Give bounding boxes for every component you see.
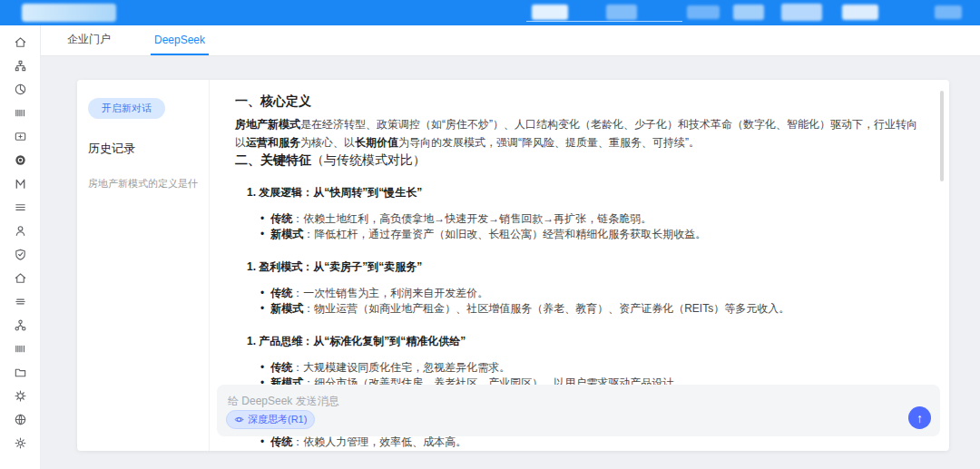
topbar-blurred-item[interactable] <box>606 5 637 20</box>
deepseek-chat-card: 开启新对话 历史记录 房地产新模式的定义是什么 一、核心定义 房地产新模式是在经… <box>77 80 949 451</box>
shield-icon[interactable] <box>8 242 32 266</box>
gear-icon[interactable] <box>8 431 32 454</box>
key-feature-bullets: •传统：依赖土地红利，高负债拿地→快速开发→销售回款→再扩张，链条脆弱。•新模式… <box>235 211 926 242</box>
deepthink-icon <box>234 415 244 425</box>
org-structure-icon[interactable] <box>8 54 32 77</box>
person-icon[interactable] <box>8 219 32 242</box>
bullet-point: •传统：一次性销售为主，利润来自开发差价。 <box>260 286 926 301</box>
section-title-key-features: 二、关键特征（与传统模式对比） <box>235 151 926 168</box>
message-composer[interactable]: 给 DeepSeek 发送消息 深度思考(R1) ↑ <box>217 385 940 436</box>
section-title-core-definition: 一、核心定义 <box>235 93 926 109</box>
topbar-blurred-item[interactable] <box>842 5 878 20</box>
deep-think-toggle[interactable]: 深度思考(R1) <box>226 410 315 429</box>
bullet-point: •传统：依赖土地红利，高负债拿地→快速开发→销售回款→再扩张，链条脆弱。 <box>260 211 926 227</box>
app-logo[interactable] <box>22 4 116 22</box>
key-feature-bullets: •传统：依赖人力管理，效率低、成本高。 <box>235 435 926 450</box>
dark-circle-icon[interactable] <box>8 148 32 171</box>
list-icon[interactable] <box>8 195 32 219</box>
network-icon[interactable] <box>8 313 32 337</box>
key-feature-heading: 1. 发展逻辑：从“快周转”到“慢生长” <box>247 185 926 200</box>
core-definition-paragraph: 房地产新模式是在经济转型、政策调控（如“房住不炒”）、人口结构变化（老龄化、少子… <box>235 115 926 151</box>
letter-m-icon[interactable] <box>8 171 32 195</box>
folder-plus-icon[interactable] <box>8 124 32 148</box>
bullet-point: •新模式：物业运营（如商业地产租金）、社区增值服务（养老、教育）、资产证券化（R… <box>260 301 926 317</box>
folder-icon[interactable] <box>8 360 32 384</box>
top-navigation-bar <box>0 0 980 25</box>
arrow-up-icon: ↑ <box>916 411 923 425</box>
key-feature-bullets: •传统：一次性销售为主，利润来自开发差价。•新模式：物业运营（如商业地产租金）、… <box>235 286 926 317</box>
pie-chart-icon[interactable] <box>8 77 32 101</box>
layers-icon[interactable] <box>8 289 32 313</box>
key-feature-heading: 1. 盈利模式：从“卖房子”到“卖服务” <box>247 259 926 275</box>
topbar-underline <box>526 21 682 22</box>
topbar-blurred-item[interactable] <box>733 5 764 20</box>
left-icon-sidebar <box>0 25 41 469</box>
answer-content: 一、核心定义 房地产新模式是在经济转型、政策调控（如“房住不炒”）、人口结构变化… <box>210 80 949 451</box>
tab-bar: 企业门户 DeepSeek <box>41 25 980 56</box>
tab-deepseek[interactable]: DeepSeek <box>151 25 209 55</box>
topbar-blurred-item[interactable] <box>687 5 720 19</box>
send-button[interactable]: ↑ <box>908 406 931 429</box>
history-title: 历史记录 <box>88 141 198 157</box>
barcode-alt-icon[interactable] <box>8 337 32 360</box>
home-icon[interactable] <box>8 30 32 54</box>
badge-icon[interactable] <box>8 384 32 407</box>
globe-icon[interactable] <box>8 407 32 431</box>
barcode-icon[interactable] <box>8 101 32 124</box>
topbar-blurred-item[interactable] <box>781 4 822 21</box>
content-scrollbar-thumb[interactable] <box>940 91 944 181</box>
bullet-point: •新模式：降低杠杆，通过存量资产（如旧改、长租公寓）经营和精细化服务获取长期收益… <box>260 227 926 242</box>
tab-enterprise-portal[interactable]: 企业门户 <box>64 25 114 55</box>
composer-placeholder: 给 DeepSeek 发送消息 <box>228 394 929 409</box>
new-chat-button[interactable]: 开启新对话 <box>88 98 165 119</box>
topbar-blurred-item[interactable] <box>532 5 568 20</box>
key-feature-heading: 1. 产品思维：从“标准化复制”到“精准化供给” <box>247 334 926 349</box>
history-list: 房地产新模式的定义是什么 <box>88 177 198 191</box>
history-item[interactable]: 房地产新模式的定义是什么 <box>88 177 198 191</box>
topbar-blurred-item[interactable] <box>935 5 962 19</box>
conversation-sidebar: 开启新对话 历史记录 房地产新模式的定义是什么 <box>77 80 210 451</box>
key-feature-item: 1. 发展逻辑：从“快周转”到“慢生长” •传统：依赖土地红利，高负债拿地→快速… <box>235 185 926 242</box>
bullet-point: •传统：依赖人力管理，效率低、成本高。 <box>260 435 926 450</box>
key-feature-item: 1. 产品思维：从“标准化复制”到“精准化供给” •传统：大规模建设同质化住宅，… <box>235 334 926 391</box>
bullet-point: •传统：大规模建设同质化住宅，忽视差异化需求。 <box>260 360 926 376</box>
key-feature-item: 1. 盈利模式：从“卖房子”到“卖服务” •传统：一次性销售为主，利润来自开发差… <box>235 259 926 317</box>
home-alt-icon[interactable] <box>8 266 32 289</box>
